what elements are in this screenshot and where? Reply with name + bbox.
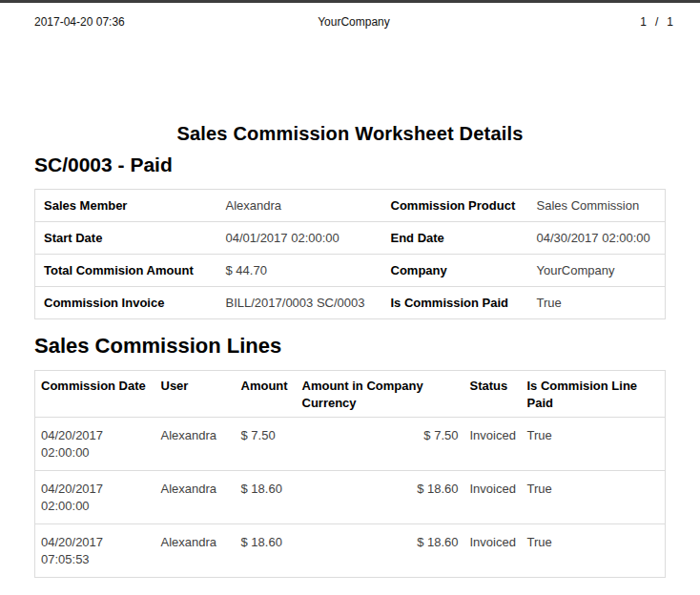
cell-amount-company: $ 7.50 — [297, 418, 464, 471]
cell-commission-date: 04/20/2017 02:00:00 — [35, 418, 155, 471]
info-row: Total Commision Amount $ 44.70 Company Y… — [35, 255, 666, 287]
cell-paid: True — [522, 524, 666, 578]
cell-status: Invoiced — [464, 524, 522, 578]
info-row: Start Date 04/01/2017 02:00:00 End Date … — [35, 222, 666, 255]
field-value: 04/30/2017 02:00:00 — [528, 222, 666, 255]
report-title: Sales Commission Worksheet Details — [0, 123, 700, 145]
cell-user: Alexandra — [155, 418, 236, 471]
field-label: Is Commission Paid — [382, 287, 528, 319]
field-value: BILL/2017/0003 SC/0003 — [217, 287, 382, 319]
lines-header-row: Commission Date User Amount Amount in Co… — [35, 371, 666, 418]
field-value: $ 44.70 — [217, 255, 382, 287]
info-row: Commission Invoice BILL/2017/0003 SC/000… — [35, 287, 666, 319]
cell-paid: True — [522, 418, 666, 471]
cell-user: Alexandra — [155, 524, 236, 578]
column-header-status: Status — [464, 371, 522, 418]
field-value: Alexandra — [217, 190, 382, 222]
report-running-header: 2017-04-20 07:36 YourCompany 1 / 1 — [0, 3, 700, 29]
column-header-amount-company: Amount in Company Currency — [297, 371, 464, 418]
field-label: End Date — [382, 222, 528, 255]
page-total: 1 — [667, 15, 673, 29]
cell-amount-company: $ 18.60 — [297, 471, 464, 524]
report-page: 2017-04-20 07:36 YourCompany 1 / 1 Sales… — [0, 3, 700, 578]
page-separator: / — [655, 15, 658, 29]
info-row: Sales Member Alexandra Commission Produc… — [35, 190, 666, 222]
field-label: Total Commision Amount — [35, 255, 217, 287]
cell-status: Invoiced — [464, 471, 522, 524]
field-value: YourCompany — [528, 255, 666, 287]
page-indicator: 1 / 1 — [444, 15, 673, 29]
cell-commission-date: 04/20/2017 02:00:00 — [35, 471, 155, 524]
column-header-amount: Amount — [236, 371, 297, 418]
cell-amount-company: $ 18.60 — [297, 524, 464, 578]
cell-paid: True — [522, 471, 666, 524]
field-label: Company — [382, 255, 528, 287]
line-row: 04/20/2017 07:05:53 Alexandra $ 18.60 $ … — [35, 524, 666, 578]
lines-section-heading: Sales Commission Lines — [34, 334, 700, 359]
cell-status: Invoiced — [464, 418, 522, 471]
cell-user: Alexandra — [155, 471, 236, 524]
page-current: 1 — [640, 15, 647, 29]
cell-commission-date: 04/20/2017 07:05:53 — [35, 524, 155, 578]
worksheet-title: SC/0003 - Paid — [34, 154, 700, 176]
column-header-date: Commission Date — [35, 371, 155, 418]
line-row: 04/20/2017 02:00:00 Alexandra $ 18.60 $ … — [35, 471, 666, 524]
cell-amount: $ 18.60 — [236, 471, 297, 524]
field-value: 04/01/2017 02:00:00 — [217, 222, 382, 255]
field-label: Sales Member — [35, 190, 217, 222]
field-value: True — [528, 287, 666, 319]
line-row: 04/20/2017 02:00:00 Alexandra $ 7.50 $ 7… — [35, 418, 666, 471]
cell-amount: $ 7.50 — [236, 418, 297, 471]
commission-lines-table: Commission Date User Amount Amount in Co… — [34, 370, 666, 578]
column-header-paid: Is Commision Line Paid — [522, 371, 666, 418]
report-datetime: 2017-04-20 07:36 — [34, 15, 263, 29]
field-label: Start Date — [35, 222, 217, 255]
field-label: Commission Product — [382, 190, 528, 222]
column-header-user: User — [155, 371, 236, 418]
field-value: Sales Commission — [528, 190, 666, 222]
cell-amount: $ 18.60 — [236, 524, 297, 578]
worksheet-info-table: Sales Member Alexandra Commission Produc… — [34, 189, 666, 319]
field-label: Commission Invoice — [35, 287, 217, 319]
report-company-name: YourCompany — [263, 15, 444, 29]
